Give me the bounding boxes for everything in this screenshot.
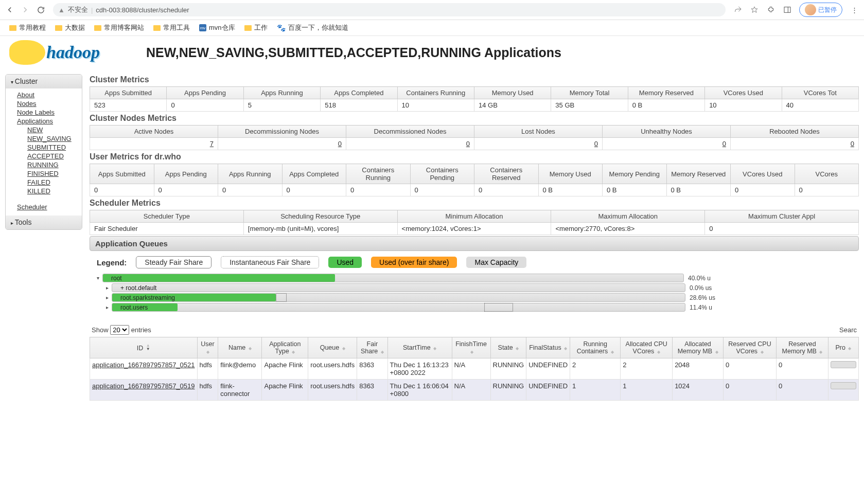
queues-header[interactable]: Application Queues (90, 236, 859, 251)
folder-icon (94, 25, 101, 31)
table-header: Memory Total (551, 87, 628, 99)
bookmark-item[interactable]: mvmvn仓库 (199, 23, 235, 32)
reload-icon[interactable] (36, 5, 45, 14)
apps-cell: Apache Flink (262, 380, 308, 401)
queue-pct: 0.0% us (685, 284, 721, 292)
node-count-link[interactable]: 7 (210, 140, 214, 148)
table-header: VCores Used (731, 164, 795, 184)
bookmark-item[interactable]: 常用工具 (153, 23, 190, 32)
table-cell: 518 (321, 99, 397, 112)
node-count-link[interactable]: 0 (851, 140, 854, 148)
table-cell: 0 (90, 184, 154, 196)
sidebar-appstate-link[interactable]: FINISHED (27, 169, 82, 178)
apps-header[interactable]: StartTime ◆ (387, 337, 452, 358)
back-icon[interactable] (5, 5, 14, 14)
sidebar-appstate-link[interactable]: KILLED (27, 187, 82, 195)
bookmarks-bar: 常用教程大数据常用博客网站常用工具mvmvn仓库工作🐾百度一下，你就知道 (0, 20, 864, 36)
queue-toggle-icon[interactable]: ▾ (97, 275, 102, 281)
queue-bar[interactable]: root.users (112, 303, 685, 312)
legend-max: Max Capacity (466, 257, 526, 268)
apps-cell: root.users.hdfs (308, 380, 357, 401)
profile-badge[interactable]: 已暂停 (799, 3, 842, 17)
sidebar-scheduler-link[interactable]: Scheduler (17, 203, 82, 211)
share-icon[interactable] (733, 5, 743, 14)
table-header: Containers Pending (410, 164, 474, 184)
sidebar-cluster-header[interactable]: Cluster (6, 75, 82, 88)
table-header: Apps Pending (167, 87, 243, 99)
apps-cell: 2048 (673, 358, 724, 380)
app-id-link[interactable]: application_1667897957857_0521 (92, 361, 195, 369)
apps-header[interactable]: State ◆ (490, 337, 526, 358)
sidebar-link[interactable]: Nodes (17, 99, 82, 108)
sidebar-link[interactable]: About (17, 91, 82, 99)
apps-header[interactable]: Reserved Memory MB ◆ (776, 337, 828, 358)
table-header: Apps Pending (154, 164, 218, 184)
apps-cell (828, 358, 858, 380)
queue-bar[interactable]: + root.default (112, 283, 685, 292)
apps-cell: flink@demo (218, 358, 262, 380)
sidebar-appstate-link[interactable]: NEW_SAVING (27, 134, 82, 143)
app-id-link[interactable]: application_1667897957857_0519 (92, 382, 195, 390)
node-count-link[interactable]: 0 (722, 140, 726, 148)
apps-cell: UNDEFINED (526, 380, 570, 401)
node-metrics-title: Cluster Nodes Metrics (90, 113, 859, 125)
paw-icon: 🐾 (277, 24, 286, 32)
queue-toggle-icon[interactable]: ▸ (106, 285, 112, 291)
node-count-link[interactable]: 0 (338, 140, 342, 148)
sidebar-link[interactable]: Node Labels (17, 108, 82, 117)
sidebar-appstate-link[interactable]: SUBMITTED (27, 143, 82, 152)
apps-header[interactable]: Name ◆ (218, 337, 262, 358)
search-label: Searc (839, 326, 857, 334)
table-cell: 10 (397, 99, 474, 112)
queue-row: ▸root.users11.4% u (97, 303, 852, 312)
bookmark-label: 大数据 (65, 23, 85, 32)
sidebar-appstate-link[interactable]: FAILED (27, 178, 82, 187)
apps-header[interactable]: User ◆ (197, 337, 218, 358)
legend-steady: Steady Fair Share (136, 256, 211, 268)
apps-header[interactable]: Allocated Memory MB ◆ (673, 337, 724, 358)
sidebar-appstate-link[interactable]: NEW (27, 125, 82, 134)
forward-icon[interactable] (21, 5, 30, 14)
table-cell: 10 (705, 99, 782, 112)
queue-bar[interactable]: root.sparkstreaming (112, 293, 685, 302)
apps-header[interactable]: Reserved CPU VCores ◆ (724, 337, 777, 358)
apps-header[interactable]: Fair Share ◆ (357, 337, 387, 358)
bookmark-label: 工作 (254, 23, 268, 32)
apps-header[interactable]: ID ▲▼ (90, 337, 198, 358)
apps-cell: UNDEFINED (526, 358, 570, 380)
queue-bar[interactable]: root (102, 274, 684, 282)
apps-header[interactable]: Allocated CPU VCores ◆ (621, 337, 673, 358)
apps-header[interactable]: Queue ◆ (308, 337, 357, 358)
bookmark-item[interactable]: 工作 (244, 23, 268, 32)
bookmark-item[interactable]: 常用博客网站 (94, 23, 144, 32)
node-count-link[interactable]: 0 (466, 140, 470, 148)
table-cell: 0 (474, 138, 603, 150)
table-cell: <memory:2770, vCores:8> (551, 223, 705, 235)
apps-header[interactable]: Application Type ◆ (262, 337, 308, 358)
table-header: Minimum Allocation (397, 210, 551, 223)
sidebar-appstate-link[interactable]: ACCEPTED (27, 152, 82, 160)
queue-name: root.users (120, 303, 148, 312)
table-header: Unhealthy Nodes (603, 125, 731, 138)
queue-toggle-icon[interactable]: ▸ (106, 304, 112, 310)
sidebar-tools-header[interactable]: Tools (6, 215, 82, 229)
bookmark-item[interactable]: 🐾百度一下，你就知道 (277, 23, 348, 32)
apps-header[interactable]: Pro ◆ (828, 337, 858, 358)
panel-icon[interactable] (783, 5, 792, 14)
sidebar-link[interactable]: Applications (17, 117, 82, 125)
apps-header[interactable]: Running Containers ◆ (570, 337, 621, 358)
extensions-icon[interactable] (766, 5, 775, 14)
node-count-link[interactable]: 0 (594, 140, 598, 148)
bookmark-item[interactable]: 常用教程 (9, 23, 46, 32)
star-icon[interactable] (750, 5, 759, 14)
bookmark-item[interactable]: 大数据 (55, 23, 85, 32)
apps-header[interactable]: FinishTime ◆ (452, 337, 490, 358)
apps-header[interactable]: FinalStatus ◆ (526, 337, 570, 358)
table-header: Scheduler Type (90, 210, 244, 223)
url-bar[interactable]: ▲ 不安全 | cdh-003:8088/cluster/scheduler (53, 3, 726, 16)
queue-toggle-icon[interactable]: ▸ (106, 295, 112, 300)
sidebar-appstate-link[interactable]: RUNNING (27, 160, 82, 169)
apps-cell: 1024 (673, 380, 724, 401)
menu-icon[interactable]: ⋮ (850, 5, 859, 14)
entries-select[interactable]: 20 (110, 325, 129, 335)
